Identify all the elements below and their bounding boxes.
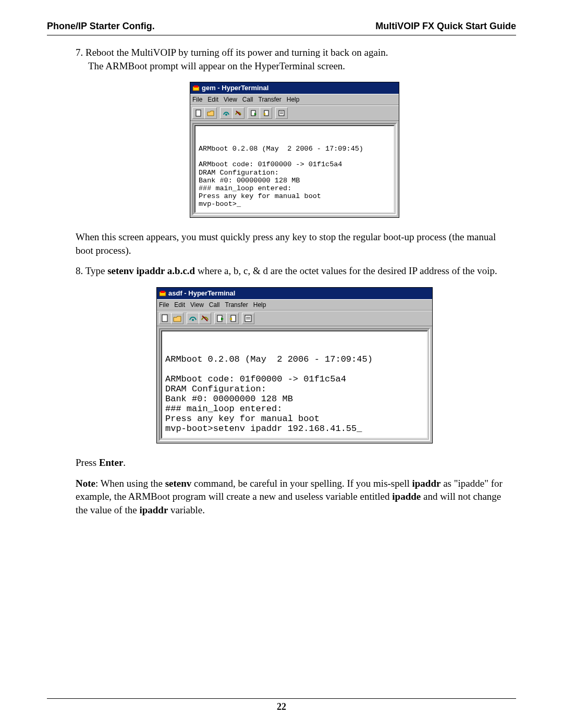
page-number: 22 — [0, 701, 563, 712]
open-icon[interactable] — [171, 313, 183, 324]
receive-icon[interactable] — [260, 107, 272, 119]
mid-paragraph: When this screen appears, you must quick… — [76, 230, 513, 257]
new-icon[interactable] — [192, 107, 205, 119]
hyperterminal-window-gem: gem - HyperTerminal File Edit View Call … — [190, 82, 399, 218]
menu-edit[interactable]: Edit — [207, 95, 218, 104]
new-icon[interactable] — [159, 313, 172, 324]
note-b2: ipaddr — [412, 478, 441, 489]
terminal-area: ARMboot 0.2.08 (May 2 2006 - 17:09:45) A… — [157, 326, 432, 443]
hyperterminal-window-asdf: asdf - HyperTerminal File Edit View Call… — [156, 287, 433, 443]
menu-file[interactable]: File — [192, 95, 202, 104]
note-b4: ipaddr — [139, 504, 168, 515]
step-pre: Type — [85, 265, 107, 276]
step-7: 7. Reboot the MultiVOIP by turning off i… — [76, 46, 513, 72]
menu-file[interactable]: File — [159, 301, 169, 309]
menu-call[interactable]: Call — [209, 301, 220, 309]
menu-transfer[interactable]: Transfer — [225, 301, 248, 309]
menu-edit[interactable]: Edit — [174, 301, 185, 309]
step-command: setenv ipaddr a.b.c.d — [107, 265, 195, 276]
note-b3: ipadde — [392, 491, 421, 502]
page: Phone/IP Starter Config. MultiVOIP FX Qu… — [0, 0, 563, 728]
step-8: 8. Type setenv ipaddr a.b.c.d where a, b… — [76, 264, 513, 278]
terminal-area: ARMboot 0.2.08 (May 2 2006 - 17:09:45) A… — [190, 121, 399, 217]
step-number: 8. — [76, 265, 83, 276]
toolbar — [190, 105, 399, 121]
header-left: Phone/IP Starter Config. — [47, 21, 155, 32]
receive-icon[interactable] — [226, 313, 239, 324]
menu-help[interactable]: Help — [287, 95, 300, 104]
step-text-line1: Reboot the MultiVOIP by turning off its … — [85, 47, 388, 58]
note-b1: setenv — [165, 478, 192, 489]
step-number: 7. — [76, 47, 83, 58]
svg-rect-17 — [245, 315, 251, 322]
open-icon[interactable] — [204, 107, 217, 119]
svg-rect-1 — [194, 85, 198, 88]
header-rule — [47, 35, 516, 35]
press-pre: Press — [76, 457, 99, 468]
note-t2: command, be careful in your spelling. If… — [191, 478, 412, 489]
header-right: MultiVOIP FX Quick Start Guide — [375, 21, 516, 32]
body: 7. Reboot the MultiVOIP by turning off i… — [76, 46, 513, 517]
note-label: Note — [76, 478, 95, 489]
press-enter: Press Enter. — [76, 456, 513, 470]
note-t1: : When using the — [95, 478, 165, 489]
menu-transfer[interactable]: Transfer — [259, 95, 282, 104]
note-t5: variable. — [168, 504, 205, 515]
window-title: gem - HyperTerminal — [202, 83, 268, 93]
svg-point-3 — [225, 114, 227, 116]
menu-call[interactable]: Call — [242, 95, 253, 104]
menu-view[interactable]: View — [224, 95, 237, 104]
footer-rule — [47, 698, 516, 699]
svg-point-13 — [192, 319, 194, 321]
window-title: asdf - HyperTerminal — [168, 289, 235, 298]
terminal-output[interactable]: ARMboot 0.2.08 (May 2 2006 - 17:09:45) A… — [162, 331, 427, 438]
app-icon — [192, 84, 200, 92]
disconnect-icon[interactable] — [199, 313, 211, 324]
titlebar[interactable]: gem - HyperTerminal — [190, 82, 399, 94]
press-post: . — [123, 457, 126, 468]
menubar[interactable]: File Edit View Call Transfer Help — [157, 299, 432, 311]
page-header: Phone/IP Starter Config. MultiVOIP FX Qu… — [47, 21, 516, 35]
step-post: where a, b, c, & d are the octet values … — [195, 265, 497, 276]
toolbar — [157, 311, 432, 326]
app-icon — [159, 290, 166, 297]
properties-icon[interactable] — [275, 107, 288, 119]
menu-view[interactable]: View — [190, 301, 204, 309]
step-text-line2: The ARMBoot prompt will appear on the Hy… — [76, 59, 513, 73]
send-icon[interactable] — [214, 313, 227, 324]
titlebar[interactable]: asdf - HyperTerminal — [157, 288, 432, 299]
menu-help[interactable]: Help — [253, 301, 266, 309]
svg-rect-7 — [279, 110, 284, 116]
connect-icon[interactable] — [220, 107, 232, 119]
press-key: Enter — [99, 457, 123, 468]
menubar[interactable]: File Edit View Call Transfer Help — [190, 94, 399, 105]
send-icon[interactable] — [248, 107, 260, 119]
note-paragraph: Note: When using the setenv command, be … — [76, 477, 513, 517]
terminal-output[interactable]: ARMboot 0.2.08 (May 2 2006 - 17:09:45) A… — [195, 126, 394, 212]
svg-rect-2 — [196, 110, 201, 116]
properties-icon[interactable] — [242, 313, 254, 324]
svg-rect-12 — [162, 315, 167, 322]
disconnect-icon[interactable] — [232, 107, 244, 119]
connect-icon[interactable] — [187, 313, 199, 324]
svg-rect-11 — [161, 291, 165, 293]
